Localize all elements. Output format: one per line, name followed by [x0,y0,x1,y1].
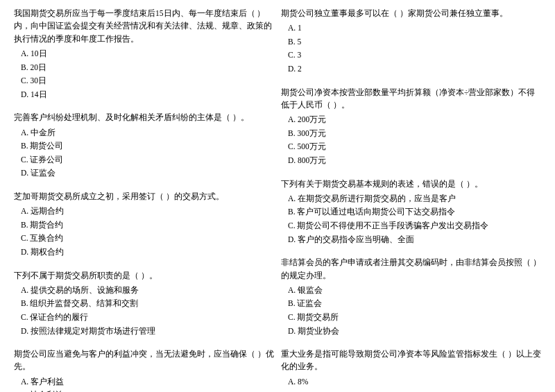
left-column: 我国期货交易所应当于每一季度结束后15日内、每一年度结束后（ ）内，向中国证监会… [14,7,274,392]
question-16: 非结算会员的客户申请或者注册其交易编码时，由非结算会员按照（ ）的规定办理。 A… [281,256,541,338]
question-13-option-a: A. 1 [281,22,541,35]
page-content: 我国期货交易所应当于每一季度结束后15日内、每一年度结束后（ ）内，向中国证监会… [14,7,541,392]
question-11: 下列不属于期货交易所职责的是（ ）。 A. 提供交易的场所、设施和服务 B. 组… [14,269,274,339]
question-9-option-a: A. 中金所 [14,126,274,140]
question-17-text: 重大业务是指可能导致期货公司净资本等风险监管指标发生（ ）以上变化的业务。 [281,348,541,373]
question-16-option-b: B. 证监会 [281,297,541,311]
question-13-text: 期货公司独立董事最多可以在（ ）家期货公司兼任独立董事。 [281,7,541,19]
question-11-option-d: D. 按照法律规定对期货市场进行管理 [14,325,274,339]
question-11-text: 下列不属于期货交易所职责的是（ ）。 [14,269,274,282]
question-10-option-c: C. 互换合约 [14,232,274,246]
right-column: 期货公司独立董事最多可以在（ ）家期货公司兼任独立董事。 A. 1 B. 5 C… [281,7,541,392]
question-8: 我国期货交易所应当于每一季度结束后15日内、每一年度结束后（ ）内，向中国证监会… [14,7,274,101]
question-9-option-b: B. 期货公司 [14,139,274,153]
question-10: 芝加哥期货交易所成立之初，采用签订（ ）的交易方式。 A. 远期合约 B. 期货… [14,190,274,259]
question-8-option-a: A. 10日 [14,47,274,61]
question-13-option-b: B. 5 [281,35,541,49]
question-12: 期货公司应当避免与客户的利益冲突，当无法避免时，应当确保（ ）优先。 A. 客户… [14,348,274,392]
question-13: 期货公司独立董事最多可以在（ ）家期货公司兼任独立董事。 A. 1 B. 5 C… [281,7,541,76]
question-15: 下列有关于期货交易基本规则的表述，错误的是（ ）。 A. 在期货交易所进行期货交… [281,178,541,247]
question-14-option-a: A. 200万元 [281,113,541,127]
question-9-text: 完善客户纠纷处理机制、及时化解相关矛盾纠纷的主体是（ ）。 [14,111,274,123]
question-14-option-d: D. 800万元 [281,154,541,168]
question-14: 期货公司净资本按营业部数量平均折算额（净资本÷营业部家数）不得低于人民币（ ）。… [281,86,541,168]
question-8-text: 我国期货交易所应当于每一季度结束后15日内、每一年度结束后（ ）内，向中国证监会… [14,7,274,45]
question-10-option-a: A. 远期合约 [14,205,274,219]
question-15-option-a: A. 在期货交易所进行期货交易的，应当是客户 [281,192,541,206]
question-17-option-b: B. 10% [281,389,541,392]
question-16-option-d: D. 期货业协会 [281,325,541,339]
question-13-option-d: D. 2 [281,62,541,76]
question-8-option-c: C. 30日 [14,74,274,88]
question-16-option-a: A. 银监会 [281,284,541,298]
question-12-option-b: B. 社会利益 [14,389,274,392]
question-17-option-a: A. 8% [281,375,541,389]
question-11-option-a: A. 提供交易的场所、设施和服务 [14,284,274,298]
question-15-text: 下列有关于期货交易基本规则的表述，错误的是（ ）。 [281,178,541,190]
question-10-option-b: B. 期货合约 [14,219,274,232]
question-16-text: 非结算会员的客户申请或者注册其交易编码时，由非结算会员按照（ ）的规定办理。 [281,256,541,282]
question-9: 完善客户纠纷处理机制、及时化解相关矛盾纠纷的主体是（ ）。 A. 中金所 B. … [14,111,274,180]
question-10-text: 芝加哥期货交易所成立之初，采用签订（ ）的交易方式。 [14,190,274,203]
question-13-option-c: C. 3 [281,49,541,62]
question-17: 重大业务是指可能导致期货公司净资本等风险监管指标发生（ ）以上变化的业务。 A.… [281,348,541,392]
question-9-option-c: C. 证券公司 [14,153,274,167]
question-14-option-c: C. 500万元 [281,140,541,154]
question-12-option-a: A. 客户利益 [14,375,274,389]
question-11-option-b: B. 组织并监督交易、结算和交割 [14,297,274,311]
question-11-option-c: C. 保证合约的履行 [14,311,274,325]
question-9-option-d: D. 证监会 [14,167,274,180]
question-14-text: 期货公司净资本按营业部数量平均折算额（净资本÷营业部家数）不得低于人民币（ ）。 [281,86,541,112]
question-8-option-d: D. 14日 [14,88,274,102]
question-15-option-c: C. 期货公司不得使用不正当手段诱骗客户发出交易指令 [281,219,541,233]
question-10-option-d: D. 期权合约 [14,246,274,259]
question-15-option-d: D. 客户的交易指令应当明确、全面 [281,233,541,247]
question-8-option-b: B. 20日 [14,61,274,75]
question-12-text: 期货公司应当避免与客户的利益冲突，当无法避免时，应当确保（ ）优先。 [14,348,274,373]
question-15-option-b: B. 客户可以通过电话向期货公司下达交易指令 [281,205,541,219]
question-14-option-b: B. 300万元 [281,127,541,141]
question-16-option-c: C. 期货交易所 [281,311,541,325]
